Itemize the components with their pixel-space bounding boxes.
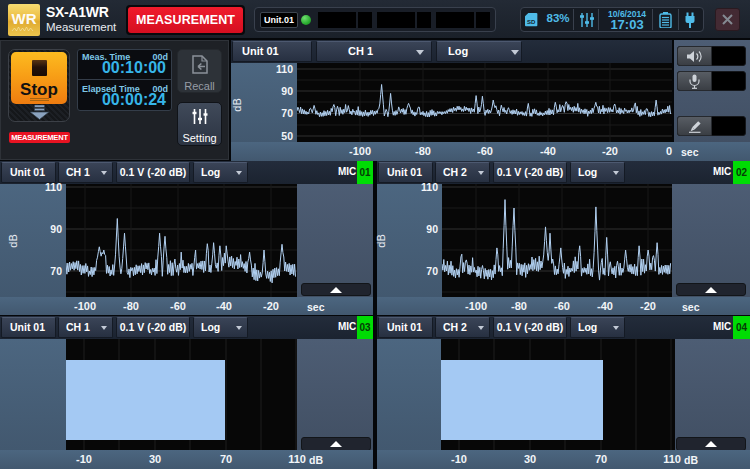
svg-text:WR: WR — [12, 10, 37, 27]
svg-text:SD: SD — [527, 19, 536, 25]
